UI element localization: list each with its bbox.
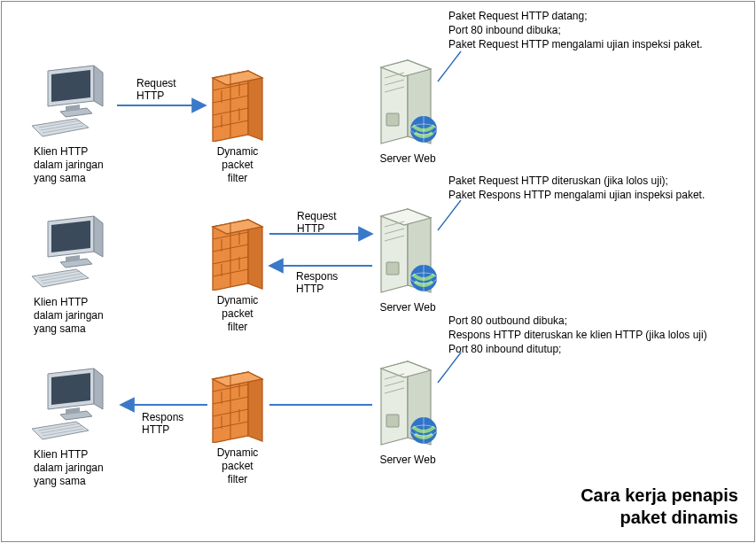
client-pc-3: Klien HTTP dalam jaringan yang sama bbox=[30, 365, 110, 488]
firewall-label: Dynamic packet filter bbox=[209, 446, 266, 486]
server-icon bbox=[372, 200, 443, 298]
edge-label-response-2: Respons HTTP bbox=[296, 270, 338, 296]
edge-label-request-2: Request HTTP bbox=[297, 210, 337, 236]
server-label: Server Web bbox=[372, 152, 443, 166]
svg-marker-72 bbox=[94, 368, 103, 409]
svg-marker-80 bbox=[248, 372, 262, 441]
client-label: Klien HTTP dalam jaringan yang sama bbox=[34, 448, 110, 488]
server-icon bbox=[372, 353, 443, 450]
client-label: Klien HTTP dalam jaringan yang sama bbox=[34, 296, 110, 336]
edge-label-request-1: Request HTTP bbox=[136, 77, 176, 103]
server-label: Server Web bbox=[372, 301, 443, 314]
firewall-2: Dynamic packet filter bbox=[209, 213, 266, 334]
firewall-icon bbox=[209, 213, 266, 291]
computer-icon bbox=[30, 62, 110, 142]
svg-rect-66 bbox=[386, 262, 399, 275]
server-3: Server Web bbox=[372, 353, 443, 467]
firewall-label: Dynamic packet filter bbox=[209, 294, 266, 334]
firewall-1: Dynamic packet filter bbox=[209, 64, 266, 185]
client-pc-1: Klien HTTP dalam jaringan yang sama bbox=[30, 62, 110, 185]
svg-marker-41 bbox=[94, 216, 103, 257]
svg-marker-40 bbox=[51, 221, 90, 252]
client-label: Klien HTTP dalam jaringan yang sama bbox=[34, 145, 110, 185]
computer-icon bbox=[30, 365, 110, 445]
firewall-label: Dynamic packet filter bbox=[209, 145, 266, 185]
client-pc-2: Klien HTTP dalam jaringan yang sama bbox=[30, 213, 110, 336]
server-label: Server Web bbox=[372, 454, 443, 467]
callout-2: Paket Request HTTP diteruskan (jika lolo… bbox=[448, 174, 750, 202]
callout-1: Paket Request HTTP datang; Port 80 inbou… bbox=[448, 9, 750, 52]
callout-3: Port 80 outbound dibuka; Respons HTTP di… bbox=[448, 314, 750, 357]
svg-rect-97 bbox=[386, 415, 399, 427]
edge-label-response-3: Respons HTTP bbox=[142, 411, 183, 437]
svg-marker-49 bbox=[248, 220, 262, 289]
firewall-3: Dynamic packet filter bbox=[209, 365, 266, 486]
svg-marker-10 bbox=[94, 66, 103, 106]
firewall-icon bbox=[209, 365, 266, 443]
svg-marker-71 bbox=[51, 373, 90, 405]
diagram-frame: Klien HTTP dalam jaringan yang sama Requ… bbox=[1, 1, 755, 542]
svg-marker-18 bbox=[248, 71, 262, 140]
firewall-icon bbox=[209, 64, 266, 142]
server-2: Server Web bbox=[372, 200, 443, 314]
server-1: Server Web bbox=[372, 51, 443, 166]
diagram-title: Cara kerja penapis paket dinamis bbox=[581, 485, 738, 529]
svg-marker-9 bbox=[51, 70, 90, 102]
server-icon bbox=[372, 51, 443, 149]
svg-rect-35 bbox=[386, 113, 399, 126]
computer-icon bbox=[30, 213, 110, 292]
